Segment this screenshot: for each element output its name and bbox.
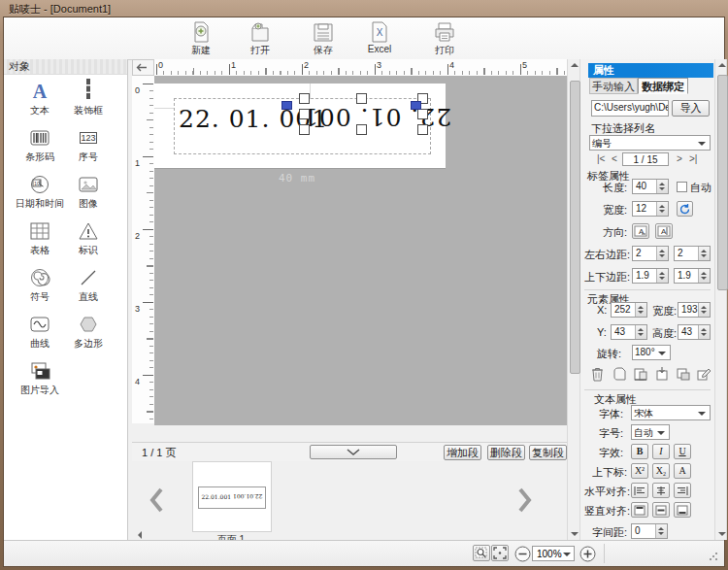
align-left-button[interactable]	[631, 483, 648, 498]
next-page-chevron[interactable]	[516, 486, 534, 514]
delete-segment-button[interactable]: 删除段	[487, 445, 525, 460]
label-page[interactable]: 22. 01. 001 22. 01. 001	[154, 84, 446, 169]
align-paste-button[interactable]	[633, 366, 650, 382]
bring-forward-button[interactable]	[654, 366, 672, 382]
text-element-rotated[interactable]: 22. 01. 001	[302, 103, 451, 131]
selection-handle[interactable]	[299, 93, 310, 104]
record-position-field[interactable]: 1 / 15	[622, 152, 669, 166]
selection-handle[interactable]	[417, 124, 428, 135]
length-stepper[interactable]: 40	[632, 179, 669, 194]
hscroll-left-arrow[interactable]	[134, 531, 142, 539]
prev-page-chevron[interactable]	[148, 486, 165, 514]
bring-forward-icon	[654, 366, 670, 382]
x-stepper[interactable]: 252	[611, 302, 647, 318]
scroll-up-arrow[interactable]	[718, 63, 726, 67]
tab-manual-input[interactable]: 手动输入	[589, 78, 638, 94]
width-stepper[interactable]: 12	[632, 201, 669, 217]
object-frame-tool[interactable]: 装饰框	[64, 81, 113, 123]
tab-data-binding[interactable]: 数据绑定	[638, 78, 688, 94]
column-select-dropdown[interactable]: 编号	[589, 135, 711, 151]
nav-first-button[interactable]: |<	[597, 153, 605, 164]
lr-margin-right-stepper[interactable]: 2	[674, 246, 711, 261]
object-datetime-tool[interactable]: 10 日期和时间	[16, 174, 64, 217]
duplicate-element-button[interactable]	[612, 366, 629, 382]
superscript-button[interactable]: X²	[631, 463, 648, 479]
print-button[interactable]: 打印	[423, 19, 466, 57]
scroll-down-arrow[interactable]	[718, 532, 726, 536]
data-source-path-field[interactable]: C:\Users\yugh\Desktop	[591, 100, 669, 117]
scrollbar-thumb[interactable]	[717, 75, 728, 290]
object-curve-tool[interactable]: 曲线	[16, 314, 64, 356]
normal-script-button[interactable]: A	[674, 463, 691, 479]
object-barcode-tool[interactable]: 条形码	[16, 127, 64, 170]
zoom-out-button[interactable]	[514, 546, 531, 562]
object-symbol-tool[interactable]: 符号	[16, 267, 64, 310]
copy-segment-button[interactable]: 复制段	[529, 445, 567, 460]
selection-handle[interactable]	[299, 124, 310, 135]
new-button[interactable]: 新建	[180, 19, 222, 57]
lr-margin-left-stepper[interactable]: 2	[632, 246, 669, 261]
collapse-panel-button[interactable]	[310, 445, 397, 459]
ruler-number: 2	[135, 231, 140, 241]
scroll-down-arrow[interactable]	[571, 532, 579, 536]
import-button[interactable]: 导入	[672, 100, 710, 117]
bold-button[interactable]: B	[631, 444, 648, 459]
y-stepper[interactable]: 43	[611, 324, 647, 340]
zoom-level-dropdown[interactable]: 100%	[532, 546, 575, 561]
subscript-button[interactable]: X₂	[652, 463, 670, 479]
valign-middle-button[interactable]	[652, 502, 670, 518]
direction-horizontal-button[interactable]: A	[632, 223, 649, 239]
object-polygon-tool[interactable]: 多边形	[64, 314, 113, 356]
save-button[interactable]: 保存	[302, 19, 345, 57]
delete-element-button[interactable]	[590, 366, 608, 382]
element-width-stepper[interactable]: 193	[678, 302, 711, 318]
object-text-tool[interactable]: A 文本	[16, 81, 64, 123]
nav-last-button[interactable]: >|	[689, 153, 697, 164]
object-image-import-tool[interactable]: 图片导入	[16, 360, 64, 403]
align-center-button[interactable]	[652, 483, 670, 498]
excel-button[interactable]: X Excel	[358, 19, 401, 57]
selection-handle[interactable]	[299, 109, 310, 119]
object-image-tool[interactable]: 图像	[64, 174, 113, 217]
auto-checkbox[interactable]	[677, 182, 687, 192]
properties-scrollbar[interactable]	[714, 59, 727, 540]
valign-top-button[interactable]	[631, 502, 648, 518]
element-height-stepper[interactable]: 43	[678, 324, 711, 340]
italic-button[interactable]: I	[652, 444, 670, 459]
object-line-tool[interactable]: 直线	[64, 267, 113, 310]
valign-bottom-button[interactable]	[674, 502, 691, 518]
open-button[interactable]: 打开	[239, 19, 281, 57]
font-dropdown[interactable]: 宋体	[631, 405, 711, 420]
object-mark-tool[interactable]: 标识	[64, 220, 113, 263]
zoom-in-button[interactable]	[579, 546, 596, 562]
selection-handle[interactable]	[356, 93, 367, 104]
underline-button[interactable]: U	[674, 444, 691, 459]
nav-next-button[interactable]: >	[677, 153, 682, 164]
selection-handle[interactable]	[356, 124, 367, 135]
nav-prev-button[interactable]: <	[612, 153, 617, 164]
add-segment-button[interactable]: 增加段	[444, 445, 481, 460]
window-titlebar[interactable]: 贴唛士 - [Document1]	[3, 2, 725, 17]
selection-handle[interactable]	[417, 109, 428, 119]
fit-to-window-button[interactable]	[491, 545, 509, 561]
scrollbar-thumb[interactable]	[570, 81, 580, 374]
direction-vertical-button[interactable]: A	[655, 223, 673, 239]
tb-margin-top-stepper[interactable]: 1.9	[632, 268, 669, 284]
object-table-tool[interactable]: 表格	[16, 220, 64, 263]
align-right-button[interactable]	[674, 483, 691, 498]
object-serial-tool[interactable]: 123 序号	[64, 127, 113, 170]
edit-element-button[interactable]	[696, 366, 713, 382]
resize-grip[interactable]	[709, 552, 718, 561]
ruler-origin-button[interactable]	[132, 59, 154, 76]
font-size-dropdown[interactable]: 自动	[631, 424, 670, 440]
canvas-vertical-scrollbar[interactable]	[567, 59, 580, 540]
refresh-button[interactable]	[677, 201, 693, 217]
scroll-up-arrow[interactable]	[571, 63, 579, 67]
charspace-stepper[interactable]: 0	[631, 523, 668, 539]
zoom-select-button[interactable]	[473, 545, 490, 561]
page-thumbnail[interactable]: 22.01.001 22.01.001	[192, 461, 272, 532]
rotate-dropdown[interactable]: 180°	[632, 345, 671, 360]
tb-margin-bottom-stepper[interactable]: 1.9	[674, 268, 711, 284]
send-backward-button[interactable]	[676, 366, 693, 382]
design-viewport[interactable]: 22. 01. 001 22. 01. 001 40 mm	[154, 76, 567, 425]
